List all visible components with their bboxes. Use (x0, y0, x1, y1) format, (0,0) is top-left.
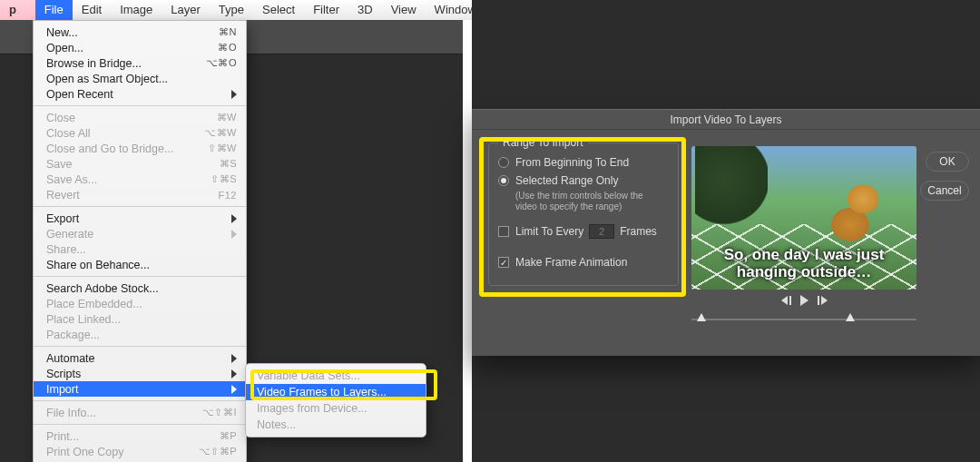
menu-item-label: New... (46, 26, 201, 39)
menu-item-label: Share... (46, 243, 237, 256)
menu-view[interactable]: View (382, 0, 426, 20)
step-back-icon (781, 296, 788, 305)
menu-item-shortcut: ⌥⌘O (201, 57, 237, 69)
preview-caption: So, one day I was just hanging outside… (691, 246, 916, 280)
submenu-caret-icon (231, 354, 237, 363)
menu-item-label: File Info... (46, 407, 201, 419)
trim-handle-start[interactable] (697, 313, 706, 321)
menu-image[interactable]: Image (111, 0, 162, 20)
transport-controls (691, 295, 916, 306)
menu-separator (34, 400, 246, 401)
file-dropdown: New...⌘NOpen...⌘OBrowse in Bridge...⌥⌘OO… (33, 20, 247, 462)
trim-handle-end[interactable] (846, 313, 855, 321)
menu-item-label: Export (46, 212, 226, 225)
cancel-button[interactable]: Cancel (920, 181, 969, 201)
bar-icon (818, 296, 819, 305)
menu-item-label: Open Recent (46, 88, 226, 101)
ok-button[interactable]: OK (926, 152, 969, 172)
menu-item-label: Import (46, 383, 226, 396)
submenu-caret-icon (231, 230, 237, 239)
menu-separator (34, 346, 246, 347)
menu-separator (34, 424, 246, 425)
submenu-caret-icon (231, 214, 237, 223)
checkbox-icon: ✓ (498, 257, 509, 268)
check-label: Limit To Every (515, 225, 583, 238)
menu-item-shortcut: ⌥⇧⌘P (199, 446, 237, 457)
step-forward-button[interactable] (818, 296, 828, 305)
menu-item-label: Close (46, 112, 201, 124)
menu-item-label: Save As... (46, 173, 201, 186)
menu-item-shortcut: ⇧⌘W (201, 143, 237, 154)
menu-item[interactable]: Import (34, 381, 246, 397)
menu-item: Print...⌘P (34, 428, 246, 444)
menu-item-label: Place Linked... (46, 313, 237, 326)
menu-item-label: Revert (46, 189, 201, 202)
menu-item-shortcut: ⌘S (201, 158, 237, 170)
menu-item-label: Browse in Bridge... (46, 57, 201, 70)
menu-item-shortcut: ⇧⌘S (201, 173, 237, 185)
menu-item[interactable]: Share on Behance... (34, 257, 246, 272)
radio-selected-range[interactable]: Selected Range Only (498, 174, 669, 187)
radio-icon (498, 175, 509, 186)
menu-item[interactable]: New...⌘N (34, 25, 246, 40)
submenu-item[interactable]: Video Frames to Layers... (246, 384, 426, 400)
screenshot-right: Import Video To Layers Range To Import F… (472, 0, 980, 462)
menu-item[interactable]: Automate (34, 350, 246, 366)
menu-file[interactable]: File (35, 0, 73, 20)
menu-item: Place Linked... (34, 311, 246, 327)
menu-item: Close⌘W (34, 110, 246, 125)
radio-from-beginning[interactable]: From Beginning To End (498, 156, 669, 169)
menu-item-label: Print One Copy (46, 446, 199, 458)
submenu-caret-icon (231, 90, 237, 99)
menu-item[interactable]: Open as Smart Object... (34, 71, 246, 86)
play-button[interactable] (800, 295, 808, 306)
app-name: p CC (0, 0, 35, 20)
preview-dog (824, 179, 889, 242)
menu-item-shortcut: ⌘P (201, 430, 237, 442)
menu-item[interactable]: Export (34, 211, 246, 226)
submenu-item: Notes... (246, 417, 426, 433)
menu-item-shortcut: F12 (201, 190, 237, 201)
check-limit-every[interactable]: Limit To Every (498, 225, 583, 238)
menu-item: Package... (34, 327, 246, 342)
menu-item: Share... (34, 241, 246, 257)
menu-select[interactable]: Select (253, 0, 304, 20)
menu-item[interactable]: Browse in Bridge...⌥⌘O (34, 55, 246, 71)
menu-item[interactable]: Scripts (34, 366, 246, 381)
menu-edit[interactable]: Edit (73, 0, 111, 20)
menu-type[interactable]: Type (210, 0, 253, 20)
check-make-frame-animation[interactable]: ✓ Make Frame Animation (498, 256, 669, 269)
menu-item[interactable]: Open...⌘O (34, 40, 246, 55)
menu-item-shortcut: ⌥⇧⌘I (201, 407, 237, 418)
menu-item: Close and Go to Bridge...⇧⌘W (34, 141, 246, 156)
menu-item-label: Save (46, 158, 201, 171)
menu-item: Save⌘S (34, 156, 246, 172)
menu-item-label: Search Adobe Stock... (46, 282, 237, 295)
menu-item[interactable]: Search Adobe Stock... (34, 280, 246, 296)
menu-item: Close All⌥⌘W (34, 125, 246, 141)
limit-frames-input[interactable]: 2 (589, 224, 614, 239)
menu-filter[interactable]: Filter (304, 0, 348, 20)
submenu-caret-icon (231, 385, 237, 394)
menu-item-label: Print... (46, 430, 201, 443)
slider-track (691, 319, 916, 320)
menu-separator (34, 276, 246, 277)
menu-item-shortcut: ⌘N (201, 26, 237, 38)
menu-item-shortcut: ⌘W (201, 112, 237, 123)
screenshot-left: p CC File Edit Image Layer Type Select F… (0, 0, 463, 462)
menu-item-label: Place Embedded... (46, 298, 237, 310)
menubar: p CC File Edit Image Layer Type Select F… (0, 0, 528, 20)
menu-item-label: Share on Behance... (46, 259, 237, 271)
menu-item-label: Open... (46, 42, 201, 54)
menu-layer[interactable]: Layer (162, 0, 210, 20)
menu-item: Generate (34, 226, 246, 241)
menu-item[interactable]: Open Recent (34, 86, 246, 102)
menu-3d[interactable]: 3D (348, 0, 382, 20)
video-preview: So, one day I was just hanging outside… (691, 146, 916, 290)
menu-item-label: Scripts (46, 368, 226, 380)
radio-icon (498, 157, 509, 168)
trim-slider[interactable] (691, 311, 916, 328)
submenu-caret-icon (231, 369, 237, 378)
step-back-button[interactable] (781, 296, 791, 305)
menu-item: Print One Copy⌥⇧⌘P (34, 444, 246, 459)
